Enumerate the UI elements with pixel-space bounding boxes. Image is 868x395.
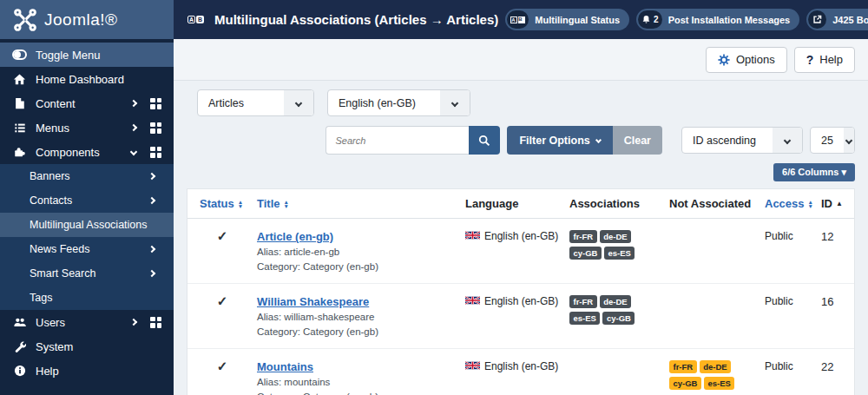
sidebar-item-help[interactable]: Help (0, 359, 174, 383)
not-associated-badge[interactable]: fr-FR (669, 360, 697, 373)
article-title-link[interactable]: Mountains (257, 360, 313, 373)
not-associated-badge[interactable]: de-DE (700, 360, 731, 373)
joomla-logo[interactable]: Joomla!® (0, 0, 174, 39)
sidebar-item-content[interactable]: Content (0, 91, 174, 115)
language-cell: English (en-GB) (465, 219, 569, 283)
item-type-select[interactable]: Articles (197, 89, 314, 116)
article-alias: Alias: mountains (257, 377, 465, 388)
status-cell: ✓ (187, 284, 257, 348)
toggle-menu-button[interactable]: Toggle Menu (0, 43, 174, 67)
sidebar-item-home-dashboard[interactable]: Home Dashboard (0, 67, 174, 91)
dashboard-grid-icon[interactable] (150, 147, 161, 158)
list-limit-select[interactable]: 25 (810, 127, 855, 154)
chevron-down-icon (773, 128, 802, 153)
article-category: Category: Category (en-gb) (257, 392, 465, 395)
association-badge[interactable]: es-ES (569, 312, 600, 325)
chevron-down-icon (595, 137, 602, 143)
access-cell: Public (765, 219, 821, 283)
post-installation-messages-button[interactable]: 2 Post Installation Messages (636, 9, 799, 30)
external-link-icon (808, 10, 826, 29)
info-icon (12, 365, 27, 377)
sidebar-item-contacts[interactable]: Contacts (0, 188, 174, 213)
published-check-icon[interactable]: ✓ (217, 230, 228, 242)
article-title-link[interactable]: William Shakespeare (257, 295, 369, 308)
options-button[interactable]: Options (706, 47, 787, 73)
column-header-not-associated: Not Associated (669, 189, 765, 218)
table-row: ✓Article (en-gb)Alias: article-en-gbCate… (187, 219, 854, 283)
status-cell: ✓ (187, 219, 257, 283)
not-associated-cell (669, 219, 765, 283)
list-icon (12, 122, 27, 134)
column-header-language: Language (465, 189, 569, 218)
sidebar-item-system[interactable]: System (0, 334, 174, 359)
users-icon (12, 317, 27, 328)
help-button[interactable]: ? Help (794, 47, 855, 73)
sidebar-item-components[interactable]: Components (0, 140, 174, 164)
filter-options-button[interactable]: Filter Options (507, 126, 612, 155)
toolbar: Options ? Help (174, 39, 868, 81)
association-badge[interactable]: de-DE (600, 295, 631, 308)
association-badge[interactable]: fr-FR (569, 295, 597, 308)
id-cell: 12 (821, 219, 854, 283)
search-icon (478, 135, 490, 147)
sidebar-item-news-feeds[interactable]: News Feeds (0, 237, 174, 261)
dashboard-grid-icon[interactable] (150, 122, 161, 134)
associations-cell (569, 349, 669, 395)
language-icon: AB (507, 10, 529, 29)
association-badge[interactable]: de-DE (600, 230, 631, 243)
columns-toggle-button[interactable]: 6/6 Columns ▾ (773, 163, 855, 181)
gear-icon (718, 54, 730, 66)
association-badge[interactable]: fr-FR (569, 230, 597, 243)
article-title-link[interactable]: Article (en-gb) (257, 230, 333, 243)
column-header-id[interactable]: ID ▲ (821, 189, 854, 218)
sidebar-item-users[interactable]: Users (0, 310, 174, 334)
chevron-right-icon (130, 124, 137, 131)
sidebar-item-smart-search[interactable]: Smart Search (0, 261, 174, 286)
table-header-row: Status ▲▼ Title ▲▼ Language Associations… (187, 189, 854, 219)
clear-button[interactable]: Clear (613, 126, 662, 155)
association-badge[interactable]: es-ES (604, 247, 635, 260)
title-cell: William ShakespeareAlias: william-shakes… (257, 284, 465, 348)
sidebar-item-multilingual-associations[interactable]: Multilingual Associations (0, 213, 174, 237)
file-icon (12, 97, 27, 109)
published-check-icon[interactable]: ✓ (217, 360, 228, 372)
dashboard-grid-icon[interactable] (150, 317, 161, 328)
uk-flag-icon (465, 296, 480, 305)
table-body: ✓Article (en-gb)Alias: article-en-gbCate… (187, 219, 854, 395)
sort-icon: ▲▼ (284, 200, 289, 208)
sort-icon: ▲▼ (238, 200, 243, 208)
chevron-right-icon (148, 270, 155, 277)
not-associated-badge[interactable]: cy-GB (669, 377, 701, 390)
not-associated-badge[interactable]: es-ES (704, 377, 734, 390)
logo-text: Joomla!® (44, 10, 118, 30)
association-badge[interactable]: cy-GB (602, 312, 635, 325)
language-select[interactable]: English (en-GB) (327, 89, 470, 116)
associations-table: Status ▲▼ Title ▲▼ Language Associations… (187, 188, 855, 395)
preview-site-button[interactable]: J425 Both (806, 9, 868, 30)
puzzle-icon (12, 146, 27, 158)
bell-icon: 2 (638, 10, 662, 29)
search-input[interactable] (326, 126, 469, 155)
sidebar-item-menus[interactable]: Menus (0, 115, 174, 140)
chevron-down-icon (284, 90, 313, 115)
column-header-title[interactable]: Title ▲▼ (257, 189, 465, 218)
sidebar-item-tags[interactable]: Tags (0, 286, 174, 310)
dashboard-grid-icon[interactable] (150, 98, 161, 109)
column-header-access[interactable]: Access ▲▼ (765, 189, 821, 218)
search-button[interactable] (469, 126, 500, 155)
published-check-icon[interactable]: ✓ (217, 295, 228, 307)
multilingual-status-button[interactable]: AB Multilingual Status (505, 9, 629, 30)
chevron-right-icon (130, 319, 137, 326)
access-cell: Public (765, 284, 821, 348)
language-cell: English (en-GB) (465, 349, 569, 395)
message-count-badge: 2 (654, 15, 659, 24)
column-header-status[interactable]: Status ▲▼ (187, 189, 257, 218)
sort-order-select[interactable]: ID ascending (681, 127, 803, 154)
article-alias: Alias: william-shakespeare (257, 312, 465, 323)
language-label: English (en-GB) (484, 360, 558, 372)
association-badge[interactable]: cy-GB (569, 247, 602, 260)
language-label: English (en-GB) (484, 230, 558, 242)
sidebar: Toggle Menu Home Dashboard Content Menus… (0, 39, 174, 395)
chevron-right-icon (148, 246, 155, 253)
sidebar-item-banners[interactable]: Banners (0, 164, 174, 188)
